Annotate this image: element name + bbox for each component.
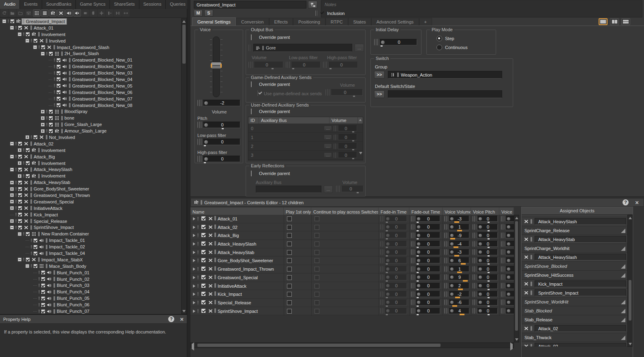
random-container-button[interactable] [33,9,41,17]
fade-in-field[interactable]: 0 [385,249,407,255]
tree-expander[interactable] [10,181,14,184]
tree-item-checkbox[interactable] [49,109,53,114]
default-switch-field[interactable] [388,90,502,98]
sound-voice-button[interactable] [73,9,81,17]
tree-item-checkbox[interactable] [56,90,61,94]
slider-grip[interactable] [444,249,448,255]
voice-lowpass-field[interactable] [505,266,514,272]
voice-volume-field[interactable]: -2 [203,100,240,106]
tree-item-checkbox[interactable] [26,161,30,165]
row-include-checkbox[interactable] [201,224,206,229]
tree-item[interactable]: BloodSpray [0,108,181,115]
output-bus-volume-field[interactable]: 0 [254,62,283,68]
continue-across-switches-checkbox[interactable] [315,233,319,238]
tree-expander[interactable] [10,155,14,158]
tree-item-checkbox[interactable] [41,270,45,275]
slider-grip[interactable] [380,266,384,272]
table-row[interactable]: Gore_BodyShot_Sweetener0060 [190,257,514,265]
tree-item[interactable]: Impact_Tackle_02 [0,244,181,250]
voice-lowpass-field[interactable] [505,291,514,297]
inclusion-checkbox[interactable] [319,10,320,16]
slider-grip[interactable] [380,224,384,230]
undo-button[interactable] [0,9,8,17]
slider-grip[interactable] [444,274,448,280]
tree-expander[interactable] [10,193,14,197]
slider-grip[interactable] [444,266,448,272]
tree-item[interactable]: InitiativeAttack [0,205,181,212]
property-tab-conversion[interactable]: Conversion [236,18,269,26]
aux-browse-button[interactable]: ... [324,126,332,131]
slider-grip[interactable] [380,283,384,289]
tree-item[interactable]: bone [0,115,181,121]
virtual-folder-button[interactable] [17,9,24,17]
slider-grip[interactable] [444,233,448,238]
tree-item[interactable]: New Random Container [0,231,181,237]
tree-item[interactable]: Impact_Tackle_01 [0,237,181,244]
voice-lowpass-field[interactable] [505,249,514,255]
tab-sharesets[interactable]: ShareSets [110,0,139,9]
play-1st-only-checkbox[interactable] [287,216,292,221]
tree-expander[interactable] [18,174,21,178]
tree-item-checkbox[interactable] [18,219,22,223]
row-expander-icon[interactable] [193,217,195,220]
sequence-container-button[interactable] [41,9,49,17]
aux-volume-field[interactable]: 0 [338,134,357,140]
play-mode-option-continuous[interactable]: Continuous [436,45,468,50]
assigned-objects-scrollbar[interactable] [627,215,633,347]
switch-state-row[interactable]: SprintShove_WorldHit [522,297,627,306]
tree-item[interactable]: Mace_Slash_Body [0,263,181,269]
row-expander-icon[interactable] [193,276,195,279]
row-include-checkbox[interactable] [201,250,206,254]
tree-item-checkbox[interactable] [18,167,22,172]
tree-item[interactable]: Gore_Slash_Large [0,121,181,128]
tree-item[interactable]: Attack_HeavyStab [0,179,181,186]
tree-item[interactable]: Involved [0,38,181,44]
col-volume[interactable]: Volume [329,117,358,124]
fade-in-field[interactable]: 0 [385,283,407,289]
assigned-object-name[interactable]: Attack_HeavySlash [535,218,626,225]
tree-expander[interactable] [41,52,45,56]
fade-in-field[interactable]: 0 [385,232,407,238]
table-row[interactable]: Attack_HeavySlash00-40 [190,240,514,248]
tree-item-checkbox[interactable] [49,116,53,120]
tree-item[interactable]: Involvement [0,173,181,179]
property-tab-general-settings[interactable]: General Settings [192,17,236,26]
slider-grip[interactable] [444,224,448,230]
voice-lowpass-field[interactable] [505,308,514,314]
tree-expander[interactable] [41,129,45,133]
row-include-checkbox[interactable] [201,283,206,288]
tree-item[interactable]: Greatsword_Blocked_New_08 [0,102,181,109]
property-tab-rtpc[interactable]: RTPC [325,18,348,26]
output-bus-browse-button[interactable]: ... [355,44,364,52]
slider-grip[interactable] [501,241,505,247]
fade-in-field[interactable]: 0 [385,266,407,272]
tree-item[interactable]: Greatsword_Blocked_New_01 [0,57,181,63]
tree-item-checkbox[interactable] [26,232,30,236]
workunit-folder-button[interactable] [9,9,16,17]
row-expander-icon[interactable] [193,242,195,246]
switch-container-button[interactable] [49,9,57,17]
notes-field[interactable]: Notes [321,0,642,17]
fade-out-field[interactable]: 0 [415,274,440,280]
tree-item-checkbox[interactable] [26,257,30,262]
early-reflections-override-checkbox[interactable] [251,171,252,176]
slider-grip[interactable] [411,233,415,238]
hand-button[interactable] [90,9,97,17]
slider-grip[interactable] [411,216,415,222]
assigned-object-name[interactable]: Kick_Impact [535,280,626,287]
close-icon[interactable]: × [180,316,184,322]
aux-browse-button[interactable]: ... [324,152,332,158]
table-row[interactable]: Attack_0100-30 [190,215,514,223]
assigned-object-row[interactable]: Attack_02 [522,342,627,347]
voice-lowpass-field[interactable] [505,257,514,263]
row-include-checkbox[interactable] [201,216,206,221]
tab-game-syncs[interactable]: Game Syncs [76,0,110,9]
fade-in-field[interactable]: 0 [385,241,407,247]
er-bus-field[interactable] [256,186,321,193]
voice-lowpass-field[interactable] [505,274,514,280]
row-expander-icon[interactable] [193,301,195,304]
fade-in-field[interactable]: 0 [385,299,407,306]
tree-item[interactable]: Attack_01 [0,25,181,31]
slider-grip[interactable] [374,39,379,45]
column-header-fade-in-time[interactable]: Fade-in Time [379,207,409,215]
